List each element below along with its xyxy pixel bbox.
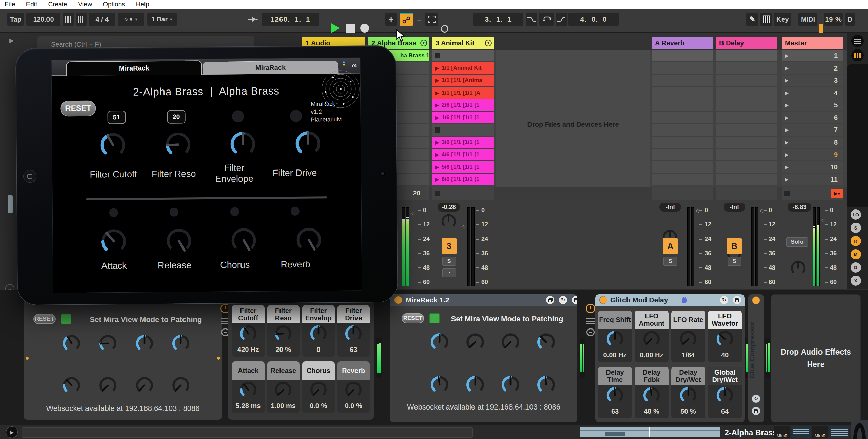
knob[interactable] <box>466 333 485 352</box>
clip-slot[interactable] <box>652 161 713 173</box>
macro-button[interactable]: Global Dry/Wet <box>708 367 742 385</box>
macro-button[interactable]: Filter Drive <box>337 305 370 323</box>
tap-button[interactable]: Tap <box>7 13 24 26</box>
clip-slot[interactable] <box>652 75 713 86</box>
save-preset-icon[interactable] <box>733 296 741 304</box>
scene-row[interactable]: ▶4 <box>782 87 843 99</box>
macro-button[interactable]: LFO Rate <box>671 311 705 329</box>
macro-button[interactable]: Filter Reso <box>267 305 300 323</box>
pan-knob-master[interactable] <box>790 260 806 276</box>
knob[interactable] <box>99 334 117 353</box>
clip-slot[interactable] <box>716 62 777 74</box>
device-drop-area[interactable]: Drop Files and Devices Here <box>496 50 650 199</box>
macro-knob[interactable] <box>274 381 292 399</box>
track-menu-icon[interactable]: ▼ <box>485 40 492 46</box>
add-track-button[interactable]: + <box>385 13 397 26</box>
view-button-r[interactable]: R <box>851 236 861 246</box>
arrangement-position-field[interactable]: 1260. 1. 1 <box>262 13 319 26</box>
macro-knob[interactable] <box>310 381 327 399</box>
clip-mag[interactable]: ▶3/6 [1/1 [1/1 [1 <box>432 137 494 148</box>
device-thumbnail[interactable]: MiraR <box>812 426 828 438</box>
device-activator[interactable] <box>394 296 402 304</box>
audio-effect-drop-area[interactable]: Drop Audio Effects Here <box>771 294 861 422</box>
track-header-master[interactable]: Master <box>782 37 843 49</box>
knob-filter-reso[interactable] <box>165 131 192 158</box>
track-header-delay[interactable]: B Delay <box>716 37 777 49</box>
knob[interactable] <box>172 334 190 353</box>
mira-tab-inactive[interactable]: MiraRack <box>202 61 338 75</box>
hot-swap-icon[interactable]: ↻ <box>559 296 567 304</box>
reset-button[interactable]: RESET <box>402 313 424 323</box>
macro-knob[interactable] <box>345 325 362 342</box>
clip-slot[interactable] <box>652 99 713 111</box>
device-title-bar[interactable]: MiraRack 1.2 ↻ <box>390 294 577 306</box>
macro-value[interactable]: 63 <box>350 346 357 357</box>
scene-row[interactable]: ▶10 <box>782 161 843 173</box>
knob-filter-envelope[interactable] <box>229 131 257 158</box>
solo-cue-button-master[interactable]: Solo <box>786 237 808 247</box>
computer-midi-keyboard-icon[interactable] <box>760 13 772 26</box>
hot-swap-list-icon[interactable] <box>586 318 595 324</box>
macro-value[interactable]: 64 <box>721 407 729 418</box>
metronome-sound-selector[interactable]: ○●▼ <box>118 13 144 26</box>
preview-play-icon[interactable]: ▶ <box>6 426 18 438</box>
tempo-field[interactable]: 120.00 <box>26 13 60 26</box>
save-preset-icon[interactable] <box>752 407 760 415</box>
clip-stop-slot[interactable] <box>432 124 494 136</box>
clip-red[interactable]: ▶1/1 [1/1 [1/1 [A <box>432 87 494 99</box>
knob[interactable] <box>62 376 81 395</box>
knob[interactable] <box>537 333 556 352</box>
macro-knob[interactable] <box>679 386 697 404</box>
device-thumbnail[interactable] <box>792 426 811 438</box>
session-overview-icon[interactable] <box>425 13 438 26</box>
macro-value[interactable]: 40 <box>721 351 729 362</box>
clip-slot[interactable] <box>652 124 713 136</box>
volume-value-delay[interactable]: -Inf <box>724 203 745 212</box>
device-thumbnail[interactable]: MiraR <box>774 426 790 438</box>
device-activator[interactable] <box>752 296 760 304</box>
device-glue-compressor[interactable]: Glue Compressor ↻ <box>748 294 764 422</box>
macro-button[interactable]: LFO Wavefor <box>708 311 742 329</box>
macro-knob[interactable] <box>345 381 362 399</box>
macro-knob[interactable] <box>239 381 257 399</box>
track-menu-icon[interactable]: ▼ <box>420 40 427 46</box>
track-number-animal-kit[interactable]: 3 <box>442 238 457 254</box>
tab-scroll-arrows[interactable]: ▲▼ <box>342 60 346 66</box>
meter-mode-button[interactable]: ◔ <box>442 268 456 277</box>
scene-row[interactable]: ▶2 <box>782 62 843 74</box>
knob[interactable] <box>501 375 520 394</box>
knob-chorus[interactable] <box>230 227 258 254</box>
macro-button[interactable]: Delay Fdbk <box>635 367 669 385</box>
track-header-animal-kit[interactable]: 3 Animal Kit▼ <box>432 37 494 49</box>
macro-knob[interactable] <box>274 325 292 342</box>
time-signature-field[interactable]: 4 / 4 <box>89 13 115 26</box>
loop-icon[interactable] <box>539 13 554 26</box>
macro-value[interactable]: 1/64 <box>682 351 695 362</box>
save-preset-icon[interactable] <box>572 296 577 304</box>
clip-slot[interactable] <box>652 62 713 74</box>
macro-button[interactable]: Filter Envelop <box>302 305 335 323</box>
menu-item-help[interactable]: Help <box>136 1 149 8</box>
clip-slot[interactable] <box>652 137 713 148</box>
scene-row[interactable]: ▶8 <box>782 137 843 148</box>
patch-point[interactable] <box>26 357 29 360</box>
clip-slot[interactable] <box>716 137 777 148</box>
clip-slot[interactable] <box>652 112 713 123</box>
macro-knob[interactable] <box>606 386 624 404</box>
solo-button-reverb[interactable]: S <box>663 257 677 266</box>
draw-mode-pencil-icon[interactable]: ✎ <box>746 13 758 26</box>
record-button[interactable] <box>360 24 369 33</box>
volume-slider-handle[interactable]: ◁ <box>695 207 699 214</box>
clip-stop-slot[interactable] <box>432 50 494 61</box>
macro-knob[interactable] <box>643 386 660 404</box>
knob[interactable] <box>537 375 556 394</box>
clip-red[interactable]: ▶1/1 [1/1 [Anima <box>432 75 494 86</box>
macro-button[interactable]: Attack <box>232 361 265 380</box>
patch-point[interactable] <box>217 357 220 360</box>
volume-value-animal-kit[interactable]: -0.28 <box>438 203 460 212</box>
clip-slot[interactable] <box>652 149 713 160</box>
volume-value-master[interactable]: -8.83 <box>788 203 811 212</box>
knob[interactable] <box>62 334 81 353</box>
loop-length-field[interactable]: 4. 0. 0 <box>568 13 619 26</box>
macro-button[interactable]: Reverb <box>337 361 370 380</box>
